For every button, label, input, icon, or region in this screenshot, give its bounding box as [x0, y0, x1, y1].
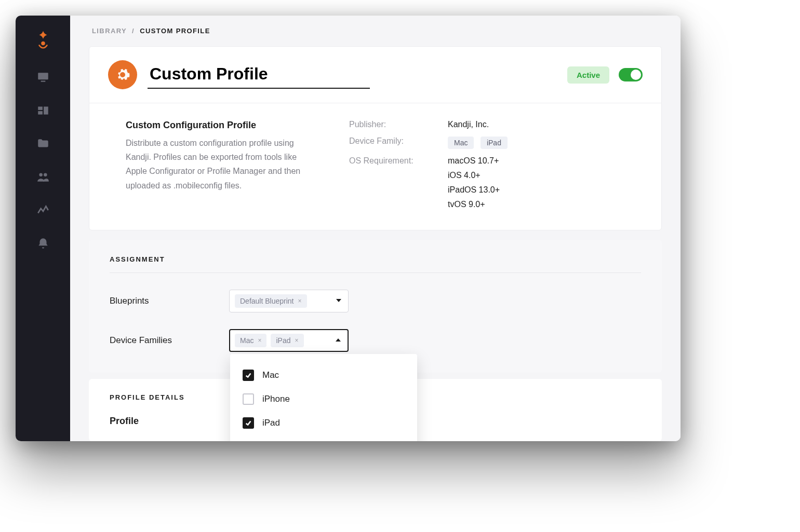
publisher-value: Kandji, Inc.: [448, 120, 625, 129]
device-family-tag: iPad ×: [271, 334, 303, 347]
card-header: Active: [89, 47, 661, 103]
svg-point-0: [41, 42, 45, 46]
svg-point-6: [39, 173, 43, 176]
breadcrumb-library[interactable]: LIBRARY: [92, 27, 127, 35]
os-requirement-item: tvOS 9.0+: [448, 200, 625, 209]
active-toggle[interactable]: [619, 68, 643, 81]
checkbox-checked-icon: [243, 417, 254, 429]
remove-tag-icon[interactable]: ×: [298, 297, 302, 305]
assignment-heading: ASSIGNMENT: [110, 255, 641, 273]
device-families-dropdown: Mac iPhone iPad Apple TV: [230, 354, 417, 441]
gear-icon: [108, 60, 137, 89]
nav-users-icon[interactable]: [35, 169, 51, 185]
assignment-panel: ASSIGNMENT Blueprints Default Blueprint …: [89, 240, 662, 373]
nav-activity-icon[interactable]: [35, 202, 51, 218]
breadcrumb-separator: /: [132, 27, 135, 35]
dropdown-option-appletv[interactable]: Apple TV: [230, 435, 417, 441]
nav-folder-icon[interactable]: [35, 136, 51, 152]
os-requirement-item: iOS 4.0+: [448, 171, 625, 180]
publisher-label: Publisher:: [349, 120, 443, 129]
device-family-chips: Mac iPad: [448, 137, 625, 149]
blueprints-label: Blueprints: [110, 296, 208, 306]
checkbox-checked-icon: [243, 370, 254, 381]
svg-rect-2: [41, 81, 45, 82]
device-families-select[interactable]: Mac × iPad × Mac: [229, 329, 349, 352]
blueprints-select[interactable]: Default Blueprint ×: [229, 290, 349, 312]
remove-tag-icon[interactable]: ×: [258, 337, 261, 344]
sidebar: [16, 16, 70, 441]
nav-devices-icon[interactable]: [35, 70, 51, 85]
nav-library-icon[interactable]: [35, 103, 51, 118]
svg-rect-5: [44, 106, 48, 114]
device-families-label: Device Families: [110, 335, 208, 346]
checkbox-unchecked-icon: [243, 393, 254, 405]
svg-rect-3: [38, 106, 43, 110]
remove-tag-icon[interactable]: ×: [295, 337, 299, 344]
chevron-up-icon: [335, 336, 341, 345]
os-requirement-label: OS Requirement:: [349, 156, 443, 209]
dropdown-option-ipad[interactable]: iPad: [230, 411, 417, 435]
main-content: LIBRARY / CUSTOM PROFILE Active C: [70, 16, 681, 441]
nav-alerts-icon[interactable]: [35, 236, 51, 251]
os-requirement-item: macOS 10.7+: [448, 156, 625, 166]
device-family-label: Device Family:: [349, 137, 443, 149]
breadcrumb: LIBRARY / CUSTOM PROFILE: [70, 16, 681, 46]
svg-point-7: [44, 173, 47, 176]
device-family-chip: iPad: [481, 137, 508, 149]
profile-card: Active Custom Configuration Profile Dist…: [89, 46, 662, 230]
chevron-down-icon: [336, 296, 342, 306]
info-subtitle: Custom Configuration Profile: [126, 120, 318, 131]
os-requirement-list: macOS 10.7+ iOS 4.0+ iPadOS 13.0+ tvOS 9…: [448, 156, 625, 209]
svg-marker-8: [336, 299, 341, 302]
info-description: Distribute a custom configuration profil…: [126, 136, 318, 193]
breadcrumb-current: CUSTOM PROFILE: [140, 27, 210, 35]
device-family-chip: Mac: [448, 137, 474, 149]
app-window: LIBRARY / CUSTOM PROFILE Active C: [16, 16, 681, 441]
device-family-tag: Mac ×: [235, 334, 266, 347]
blueprint-tag: Default Blueprint ×: [235, 294, 307, 308]
svg-rect-4: [38, 111, 43, 115]
profile-title-input[interactable]: [148, 61, 370, 89]
dropdown-option-iphone[interactable]: iPhone: [230, 387, 417, 411]
svg-rect-1: [38, 73, 48, 79]
dropdown-option-mac[interactable]: Mac: [230, 363, 417, 387]
status-badge: Active: [567, 66, 609, 84]
brand-logo: [33, 29, 54, 52]
info-section: Custom Configuration Profile Distribute …: [89, 103, 661, 230]
svg-marker-9: [336, 338, 341, 342]
os-requirement-item: iPadOS 13.0+: [448, 185, 625, 195]
